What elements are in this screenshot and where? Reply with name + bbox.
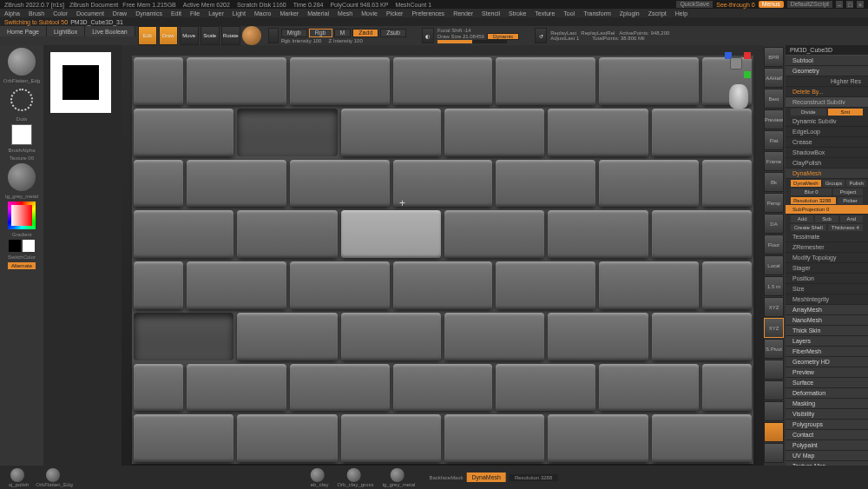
menus-button[interactable]: Menus <box>759 1 784 8</box>
gradient-label[interactable]: Gradient <box>11 232 31 237</box>
mrgb-button[interactable]: Mrgb <box>281 29 307 37</box>
menu-dynamics[interactable]: Dynamics <box>135 10 162 17</box>
subtool-section[interactable]: Subtool <box>786 56 868 66</box>
ricon-xyz2[interactable]: XYZ <box>764 318 784 338</box>
ricon-extra5[interactable] <box>764 443 784 463</box>
acc-nanomesh[interactable]: NanoMesh <box>786 315 868 326</box>
move-mode-button[interactable]: Move <box>180 26 199 45</box>
edit-mode-button[interactable]: Edit <box>138 26 157 45</box>
adjustlast-slider[interactable]: AdjustLast 1 <box>550 36 579 41</box>
ricon-flat[interactable]: Flat <box>764 130 784 150</box>
quicksave-button[interactable]: QuickSave <box>676 1 713 8</box>
menu-picker[interactable]: Picker <box>386 10 403 17</box>
menu-zplugin[interactable]: Zplugin <box>620 10 640 17</box>
replay-icon[interactable]: ↺ <box>535 28 547 43</box>
ricon-best[interactable]: Best <box>764 89 784 109</box>
position-item[interactable]: Position <box>786 274 868 284</box>
tessimate-item[interactable]: Tessimate <box>786 232 868 242</box>
ricon-preview[interactable]: Preview <box>764 109 784 129</box>
dynamesh-button[interactable]: DynaMesh <box>791 180 821 187</box>
ricon-frame[interactable]: Frame <box>764 151 784 171</box>
menu-tool[interactable]: Tool <box>563 10 575 17</box>
ricon-da[interactable]: DA <box>764 214 784 234</box>
menu-layer[interactable]: Layer <box>208 10 224 17</box>
seethrough-slider[interactable]: See-through 0 <box>716 2 754 8</box>
menu-mesh[interactable]: Mesh <box>338 10 352 17</box>
polish-button[interactable]: Polish <box>846 180 865 187</box>
ricon-floor[interactable]: Floor <box>764 235 784 254</box>
bottom-mat2[interactable] <box>46 468 60 482</box>
acc-preview[interactable]: Preview <box>786 367 868 378</box>
alternate-button[interactable]: Alternate <box>8 262 36 269</box>
tab-lightbox[interactable]: LightBox <box>47 26 85 36</box>
dynamic-button[interactable]: Dynamic <box>487 33 519 40</box>
ricon-spivot[interactable]: S.Pivot <box>764 339 784 359</box>
close-button[interactable]: × <box>857 1 864 8</box>
ricon-extra2[interactable] <box>764 380 784 400</box>
shadowbox-item[interactable]: ShadowBox <box>786 148 868 158</box>
minimize-button[interactable]: – <box>836 1 843 8</box>
axis-gizmo[interactable] <box>725 52 751 78</box>
acc-contact[interactable]: Contact <box>786 430 868 440</box>
menu-stroke[interactable]: Stroke <box>509 10 526 17</box>
acc-thickskin[interactable]: Thick Skin <box>786 326 868 336</box>
bottom-resolution-slider[interactable]: Resolution 3288 <box>510 474 557 481</box>
menu-edit[interactable]: Edit <box>171 10 181 17</box>
menu-transform[interactable]: Transform <box>583 10 611 17</box>
acc-fibermesh[interactable]: FiberMesh <box>786 347 868 357</box>
acc-uvmap[interactable]: UV Map <box>786 451 868 461</box>
brush-picker[interactable] <box>8 48 36 76</box>
color-picker[interactable] <box>8 202 36 229</box>
modifytopo-item[interactable]: Modify Topology <box>786 253 868 263</box>
createshell-button[interactable]: Create Shell <box>791 224 826 231</box>
rgb-button[interactable]: Rgb <box>309 29 332 37</box>
focal-icon[interactable]: ◐ <box>422 28 434 43</box>
zsub-button[interactable]: Zsub <box>380 29 406 37</box>
defaultscript-button[interactable]: DefaultZScript <box>787 1 832 8</box>
ricon-extra3[interactable] <box>764 401 784 421</box>
ricon-local[interactable]: Local <box>764 255 784 275</box>
menu-help[interactable]: Help <box>675 10 687 17</box>
material-picker[interactable] <box>8 163 36 191</box>
ricon-extra1[interactable] <box>764 360 784 380</box>
ricon-aahalf[interactable]: AAHalf <box>764 68 784 88</box>
edgeloop-item[interactable]: EdgeLoop <box>786 127 868 137</box>
divide-button[interactable]: Divide <box>791 109 826 116</box>
m-button[interactable]: M <box>334 29 352 37</box>
menu-marker[interactable]: Marker <box>279 10 299 17</box>
crease-item[interactable]: Crease <box>786 137 868 148</box>
sub-button[interactable]: Sub <box>815 215 838 222</box>
acc-visibility[interactable]: Visibility <box>786 409 868 420</box>
subprojection-slider[interactable]: SubProjection 0 <box>786 205 868 215</box>
maximize-button[interactable]: □ <box>846 1 853 8</box>
acc-geometryhd[interactable]: Geometry HD <box>786 357 868 367</box>
color-swatches[interactable] <box>9 240 35 252</box>
menu-light[interactable]: Light <box>233 10 246 17</box>
rgb-intensity-label[interactable]: Rgb Intensity 100 <box>281 38 322 43</box>
dynsubdiv-item[interactable]: Dynamic Subdiv <box>786 116 868 127</box>
ricon-bk[interactable]: Bk <box>764 172 784 192</box>
deleteby-button[interactable]: Delete By... <box>786 87 868 97</box>
menu-color[interactable]: Color <box>53 10 68 17</box>
stroke-picker[interactable] <box>8 86 36 114</box>
draw-size-slider[interactable]: Draw Size 21.08459 <box>437 34 484 39</box>
smt-button[interactable]: Smt <box>828 109 864 116</box>
drawsize-bar[interactable] <box>437 40 507 43</box>
ricon-xyz1[interactable]: XYZ <box>764 297 784 317</box>
reconstruct-button[interactable]: Reconstruct Subdiv <box>786 97 868 108</box>
dynamesh-section[interactable]: DynaMesh <box>786 169 868 179</box>
viewport[interactable]: + <box>122 45 764 474</box>
project-button[interactable]: Project <box>833 188 863 195</box>
rotate-mode-button[interactable]: Rotate <box>221 26 240 45</box>
geometry-section[interactable]: Geometry <box>786 66 868 76</box>
tab-home[interactable]: Home Page <box>0 26 47 36</box>
menu-stencil[interactable]: Stencil <box>482 10 500 17</box>
menu-file[interactable]: File <box>190 10 200 17</box>
bottom-dynamesh-button[interactable]: DynaMesh <box>466 472 505 482</box>
acc-polygroups[interactable]: Polygroups <box>786 420 868 430</box>
higherres-button[interactable]: Higher Res <box>786 76 868 87</box>
ricon-persp[interactable]: Persp <box>764 193 784 213</box>
z-intensity-label[interactable]: Z Intensity 100 <box>328 38 362 43</box>
menu-document[interactable]: Document <box>76 10 104 17</box>
groups-button[interactable]: Groups <box>823 180 845 187</box>
